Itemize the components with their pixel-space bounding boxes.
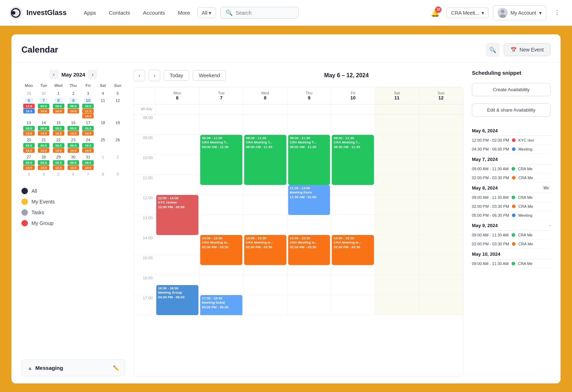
notifications-button[interactable]: 🔔 10 (428, 6, 442, 20)
nav-more[interactable]: More (172, 7, 196, 19)
mini-cal-day[interactable]: 2 (66, 90, 80, 97)
allday-tue[interactable] (199, 104, 243, 114)
mini-cal-day[interactable]: 1 (95, 153, 110, 171)
allday-fri[interactable] (331, 104, 375, 114)
mini-cal-day[interactable]: 2409:014:0 (81, 136, 95, 153)
mini-cal-day[interactable]: 2009:014:0 (21, 136, 36, 153)
mini-cal-day[interactable]: 6 (66, 171, 80, 178)
day-col-fri10[interactable]: 09:00 - 11:30 CRA Meeting T... 09:00 AM … (331, 115, 375, 315)
mini-cal-day[interactable]: 3109:014:0 (81, 153, 95, 171)
today-button[interactable]: Today (164, 70, 189, 81)
mini-cal-day[interactable]: 809:014:0 (51, 97, 66, 119)
mini-cal-day[interactable]: 3 (21, 171, 36, 178)
mini-cal-day[interactable]: 1509:014:0 (51, 119, 66, 136)
mini-cal-day[interactable]: 2709:014:0 (21, 153, 36, 171)
new-event-button[interactable]: 📅 New Event (504, 43, 551, 56)
edit-icon[interactable]: ✏️ (113, 365, 119, 371)
calendar-search-button[interactable]: 🔍 (486, 43, 499, 57)
mini-cal-day[interactable]: 19 (110, 119, 125, 136)
nav-contacts[interactable]: Contacts (103, 7, 136, 19)
filter-dropdown[interactable]: All ▾ (197, 8, 216, 18)
day-header-sun12[interactable]: Sun 12 (419, 87, 463, 104)
mini-cal-day[interactable]: 4 (36, 171, 51, 178)
mini-cal-day[interactable]: 5 (110, 90, 125, 97)
event-kyc-review[interactable]: 12:00 - 14:00 KYC review 12:00 PM - 02:0… (156, 195, 198, 235)
mini-cal-day[interactable]: 26 (110, 136, 125, 153)
prev-month-button[interactable]: ‹ (49, 70, 59, 79)
day-header-wed8[interactable]: Wed 8 (243, 87, 287, 104)
schedule-event[interactable]: 02:00 PM - 03:30 PM CRA Me (472, 240, 551, 249)
schedule-event[interactable]: 09:00 AM - 11:30 AM CRA Me (472, 165, 551, 173)
schedule-event[interactable]: 09:00 AM - 11:30 AM CRA Me (472, 193, 551, 202)
mini-cal-day[interactable]: 909:014:0 (66, 97, 80, 119)
event-cra-orange-thu9[interactable]: 14:00 - 15:30 CRA Meeting w... 02:00 PM … (288, 235, 330, 265)
schedule-event[interactable]: 09:00 AM - 11:30 AM CRA Me (472, 231, 551, 240)
day-col-sat11[interactable] (375, 115, 419, 315)
more-options-button[interactable]: ⋮ (551, 6, 563, 19)
schedule-event[interactable]: 12:00 PM - 02:00 PM KYC revi (472, 136, 551, 145)
mini-cal-day[interactable]: 2809:014:0 (36, 153, 51, 171)
mini-cal-day[interactable]: 2209:014:0 (51, 136, 66, 153)
day-header-tue7[interactable]: Tue 7 (199, 87, 243, 104)
nav-accounts[interactable]: Accounts (137, 7, 171, 19)
mini-cal-day[interactable]: 2909:014:0 (51, 153, 66, 171)
mini-cal-day[interactable]: 1309:014:0 (21, 119, 36, 136)
day-header-sat11[interactable]: Sat 11 (375, 87, 419, 104)
mini-cal-day[interactable]: 1409:014:0 (36, 119, 51, 136)
next-month-button[interactable]: › (88, 70, 97, 79)
logo[interactable]: InvestGlass (9, 6, 66, 20)
day-header-mon6[interactable]: Mon 6 (156, 87, 199, 104)
search-input[interactable] (236, 10, 294, 16)
event-cra-fri10[interactable]: 09:00 - 11:30 CRA Meeting T... 09:00 AM … (332, 135, 374, 185)
event-cra-wed8[interactable]: 09:00 - 11:30 CRA Meeting T... 09:00 AM … (244, 135, 286, 185)
messaging-panel[interactable]: ▲ Messaging ✏️ (21, 359, 125, 376)
event-cra-orange-fri10[interactable]: 14:00 - 15:30 CRA Meeting w... 02:00 PM … (332, 235, 374, 265)
schedule-event[interactable]: 09:00 AM - 11:30 AM CRA Me (472, 259, 551, 268)
schedule-event[interactable]: 02:00 PM - 03:30 PM CRA Me (472, 173, 551, 182)
mini-cal-day[interactable]: 1 (51, 90, 66, 97)
legend-my-events[interactable]: My Events (21, 199, 125, 205)
weekend-button[interactable]: Weekend (193, 70, 226, 81)
event-meeting-paris[interactable]: 11:30 - 13:00 Meeting Paris 11:30 AM - 0… (288, 185, 330, 215)
mini-cal-day[interactable]: 12 (110, 97, 125, 119)
schedule-event[interactable]: 02:00 PM - 03:30 PM CRA Me (472, 202, 551, 211)
create-availability-button[interactable]: Create Availability (472, 83, 551, 96)
mini-cal-day[interactable]: 709:014:0 (36, 97, 51, 119)
legend-my-group[interactable]: My Group (21, 220, 125, 226)
event-cra-orange-tue7[interactable]: 14:00 - 15:30 CRA Meeting w... 02:00 PM … (200, 235, 242, 265)
day-col-tue7[interactable]: 09:00 - 11:30 CRA Meeting T... 09:00 AM … (199, 115, 243, 315)
prev-week-button[interactable]: ‹ (134, 70, 145, 81)
mini-cal-day[interactable]: 11 (95, 97, 110, 119)
day-col-wed8[interactable]: 09:00 - 11:30 CRA Meeting T... 09:00 AM … (243, 115, 287, 315)
allday-sat[interactable] (375, 104, 419, 114)
nav-apps[interactable]: Apps (78, 7, 102, 19)
cra-meeting-dropdown[interactable]: CRA Meeti... ▾ (447, 8, 489, 18)
mini-cal-day[interactable]: 30 (36, 90, 51, 97)
day-header-fri10[interactable]: Fri 10 (331, 87, 375, 104)
mini-cal-day[interactable]: 7 (81, 171, 95, 178)
mini-cal-day[interactable]: 612:016:3 (21, 97, 36, 119)
next-week-button[interactable]: › (149, 70, 160, 81)
schedule-event[interactable]: 04:30 PM - 06:00 PM Meeting (472, 145, 551, 154)
allday-wed[interactable] (243, 104, 287, 114)
mini-cal-day[interactable]: 4 (95, 90, 110, 97)
edit-share-availability-button[interactable]: Edit & share Availability (472, 103, 551, 117)
event-meeting-dubai[interactable]: 17:00 - 18:30 Meeting Dubai 05:00 PM - 0… (200, 295, 242, 315)
allday-mon[interactable] (156, 104, 199, 114)
schedule-event[interactable]: 05:00 PM - 06:30 PM Meeting (472, 211, 551, 220)
event-meeting-group[interactable]: 16:30 - 18:00 Meeting Group 04:30 PM - 0… (156, 285, 198, 315)
mini-cal-day[interactable]: 3009:014:0 (66, 153, 80, 171)
mini-cal-day[interactable]: 2309:014:0 (66, 136, 80, 153)
mini-cal-day[interactable]: 29 (21, 90, 36, 97)
mini-cal-day[interactable]: 2 (110, 153, 125, 171)
event-cra-orange-wed8[interactable]: 14:00 - 15:30 CRA Meeting w... 02:00 PM … (244, 235, 286, 265)
mini-cal-day[interactable]: 1609:014:0 (66, 119, 80, 136)
day-col-thu9[interactable]: 09:00 - 11:30 CRA Meeting T... 09:00 AM … (287, 115, 331, 315)
mini-cal-day[interactable]: 25 (95, 136, 110, 153)
search-bar[interactable]: 🔍 (220, 7, 299, 19)
day-col-mon6[interactable]: 12:00 - 14:00 KYC review 12:00 PM - 02:0… (156, 115, 199, 315)
mini-cal-day[interactable]: 1009:011:314:0 (81, 97, 95, 119)
mini-cal-day[interactable]: 18 (95, 119, 110, 136)
mini-cal-day[interactable]: 3 (81, 90, 95, 97)
my-account-button[interactable]: My Account ▾ (493, 5, 546, 20)
